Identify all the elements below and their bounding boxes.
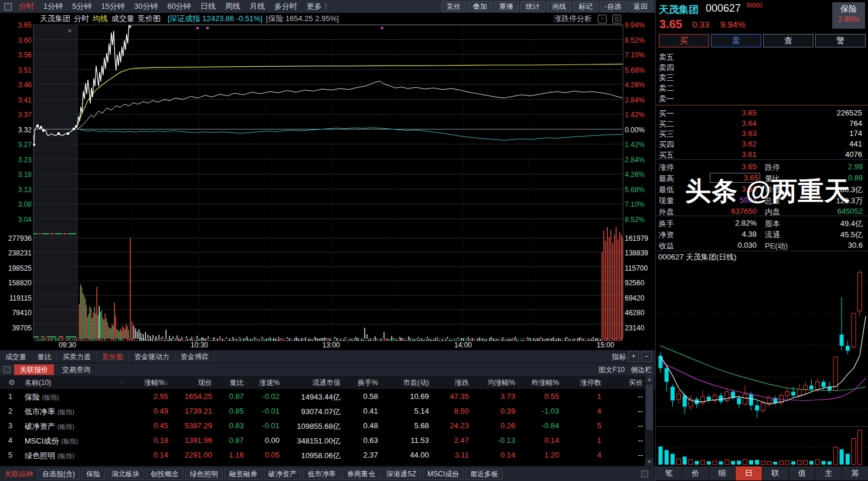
board-tab-券商重仓[interactable]: 券商重仓: [342, 469, 380, 480]
kline-button-笔[interactable]: 笔: [656, 466, 682, 480]
column-header-换手%[interactable]: 换手%: [325, 378, 378, 388]
tool-button-标记[interactable]: 标记: [573, 1, 598, 12]
tool-button-画线[interactable]: 画线: [547, 1, 571, 12]
sector-badge-pct: 2.95%: [832, 15, 865, 23]
link-侧边栏[interactable]: 侧边栏: [631, 365, 652, 375]
intraday-chart[interactable]: [0, 25, 655, 342]
window-icon[interactable]: [4, 3, 12, 11]
board-tab-自选股(含)[interactable]: 自选股(含): [38, 469, 80, 480]
period-item-多分时[interactable]: 多分时: [270, 1, 302, 12]
kline-button-价[interactable]: 价: [682, 466, 709, 480]
tool-button-竞价[interactable]: 竞价: [441, 1, 466, 12]
time-axis: 09:3010:3013:0014:0015:00: [0, 341, 655, 350]
tool-button--自选[interactable]: -自选: [600, 1, 627, 12]
indicator-tools: 指标+−: [612, 352, 655, 362]
cell-换手%: 0.48: [319, 421, 378, 430]
column-header-买价[interactable]: 买价: [590, 378, 643, 388]
sidepanel-icon[interactable]: ◫: [612, 15, 621, 23]
indicator-tab-量比[interactable]: 量比: [32, 350, 57, 363]
board-tab-深港通SZ[interactable]: 深港通SZ: [382, 469, 421, 480]
row-name: 绿色照明 (板指): [25, 451, 74, 461]
tool-menu: 竞价叠加重播统计画线标记-自选返回: [440, 1, 655, 12]
board-tab-低市净率[interactable]: 低市净率: [303, 469, 341, 480]
cell-买价: --: [584, 436, 643, 445]
order-button-警[interactable]: 警: [815, 34, 866, 47]
indicator-label[interactable]: 指标: [612, 352, 626, 362]
board-tab-保险[interactable]: 保险: [81, 469, 105, 480]
axis-label: 9.94%: [625, 21, 655, 29]
period-item-周线[interactable]: 周线: [220, 1, 245, 12]
time-label-09:30: 09:30: [59, 341, 76, 349]
row-seq: 3: [8, 421, 12, 430]
scroll-down-icon[interactable]: ▼: [645, 458, 653, 466]
limit-analysis-link[interactable]: 涨跌停分析: [554, 13, 592, 24]
board-tab-创投概念[interactable]: 创投概念: [146, 469, 183, 480]
indicator-tab-资金博弈[interactable]: 资金博弈: [175, 350, 215, 363]
quote-tab-关联报价[interactable]: 关联报价: [14, 364, 54, 375]
table-scrollbar[interactable]: ▲ ▼: [645, 376, 653, 466]
period-item-5分钟[interactable]: 5分钟: [67, 1, 96, 12]
add-indicator-button[interactable]: +: [628, 352, 639, 362]
tool-button-重播[interactable]: 重播: [494, 1, 519, 12]
kline-button-日[interactable]: 日: [736, 466, 762, 480]
view-item-竞价图[interactable]: 竞价图: [138, 14, 161, 23]
table-row[interactable]: 5绿色照明 (板指)0.142291.001.160.0510958.06亿2.…: [0, 448, 644, 462]
period-item-更多 〉[interactable]: 更多 〉: [302, 1, 336, 12]
period-item-日线[interactable]: 日线: [196, 1, 220, 12]
table-row[interactable]: 3破净资产 (板指)0.455387.290.83-0.01109855.68亿…: [0, 418, 644, 433]
row-seq: 2: [8, 407, 12, 415]
kline-button-筹[interactable]: 筹: [842, 466, 868, 480]
table-row[interactable]: 2低市净率 (板指)0.491739.210.85-0.0193074.07亿0…: [0, 404, 644, 418]
board-tab-湖北板块[interactable]: 湖北板块: [107, 469, 144, 480]
period-item-60分钟[interactable]: 60分钟: [162, 1, 195, 12]
period-item-月线[interactable]: 月线: [245, 1, 270, 12]
board-tab-绿色照明[interactable]: 绿色照明: [185, 469, 223, 480]
period-item-分时[interactable]: 分时: [14, 1, 39, 12]
panel-icon[interactable]: [4, 366, 11, 373]
order-button-查[interactable]: 查: [763, 34, 813, 47]
kline-chart[interactable]: [656, 262, 868, 466]
settings-gear-icon[interactable]: ⚙: [8, 378, 15, 387]
period-item-15分钟[interactable]: 15分钟: [96, 1, 129, 12]
board-tab-融资融券[interactable]: 融资融券: [224, 469, 262, 480]
period-item-1分钟[interactable]: 1分钟: [39, 1, 67, 12]
indicator-tab-买卖力道[interactable]: 买卖力道: [57, 350, 97, 363]
app-window: 分时1分钟5分钟15分钟30分钟60分钟日线周线月线多分时更多 〉 竞价叠加重播…: [0, 0, 868, 481]
board-tab-破净资产[interactable]: 破净资产: [264, 469, 301, 480]
indicator-tab-资金驱动力[interactable]: 资金驱动力: [129, 350, 175, 363]
kline-button-细[interactable]: 细: [709, 466, 736, 480]
order-button-卖[interactable]: 卖: [711, 34, 761, 47]
board-tab-最近多板[interactable]: 最近多板: [465, 469, 503, 480]
board-tab-MSCI成份[interactable]: MSCI成份: [423, 469, 464, 480]
order-button-买[interactable]: 买: [659, 34, 709, 47]
view-item-均线[interactable]: 均线: [93, 14, 108, 23]
period-item-30分钟[interactable]: 30分钟: [130, 1, 162, 12]
indicator-tab-竞价图[interactable]: 竞价图: [97, 350, 129, 363]
book-separator: [656, 105, 868, 105]
scroll-up-icon[interactable]: ▲: [645, 376, 653, 383]
close-icon[interactable]: ×: [67, 26, 72, 35]
column-header-涨速%[interactable]: 涨速%: [227, 378, 280, 388]
kline-button-联[interactable]: 联: [763, 466, 789, 480]
axis-label: 92560: [625, 279, 655, 287]
column-header-name[interactable]: 名称(10): [25, 378, 51, 388]
tool-button-返回[interactable]: 返回: [628, 1, 653, 12]
tool-button-叠加[interactable]: 叠加: [468, 1, 492, 12]
tool-button-统计[interactable]: 统计: [520, 1, 545, 12]
link-图文F10[interactable]: 图文F10: [598, 365, 625, 375]
kline-button-值[interactable]: 值: [789, 466, 815, 480]
corner-icon[interactable]: [641, 470, 648, 477]
kline-button-主[interactable]: 主: [815, 466, 842, 480]
indicator-tab-成交量[interactable]: 成交量: [0, 350, 32, 363]
quote-tab-交易查询[interactable]: 交易查询: [56, 364, 96, 375]
view-item-成交量[interactable]: 成交量: [111, 14, 134, 23]
sell-level-1: 卖一: [659, 94, 674, 104]
sector-badge[interactable]: 保险 2.95%: [832, 2, 865, 29]
popout-icon[interactable]: ↑: [598, 15, 607, 23]
scrollbar-thumb[interactable]: [646, 384, 653, 430]
view-item-分时[interactable]: 分时: [74, 14, 89, 23]
table-row[interactable]: 4MSCI成份 (板指)0.181391.960.870.00348151.00…: [0, 433, 644, 448]
remove-indicator-button[interactable]: −: [641, 352, 652, 362]
table-row[interactable]: 1保险 (板指)2.951654.250.87-0.0214943.44亿0.5…: [0, 389, 644, 404]
column-header-涨跌[interactable]: 涨跌: [416, 378, 469, 388]
